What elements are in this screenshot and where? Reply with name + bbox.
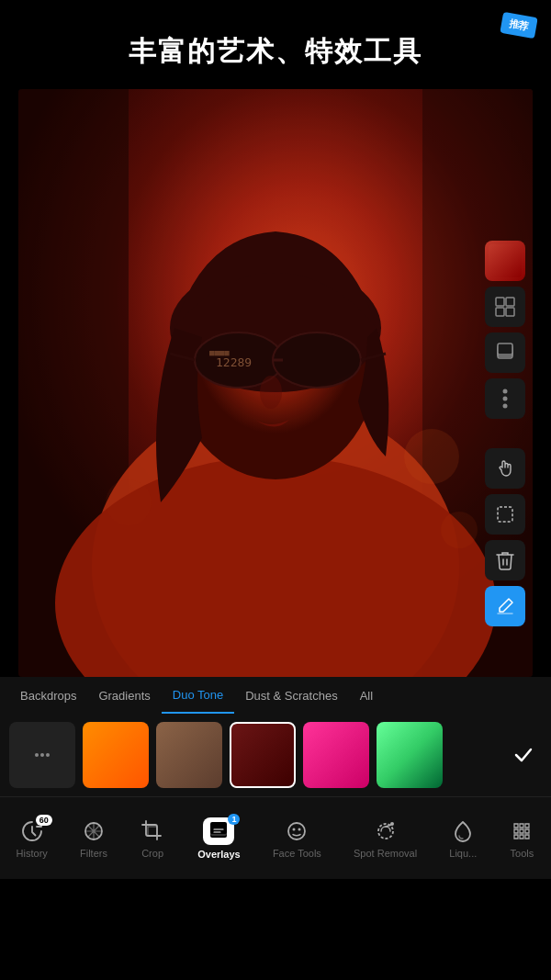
woman-photo: 12289 ■■■■ xyxy=(18,89,533,677)
svg-rect-16 xyxy=(18,89,533,677)
svg-rect-20 xyxy=(489,244,522,277)
cat-duotone[interactable]: Duo Tone xyxy=(162,677,234,714)
svg-point-42 xyxy=(288,823,305,839)
swatch-brown[interactable] xyxy=(156,722,222,788)
svg-rect-38 xyxy=(148,827,157,836)
nav-overlays-label: Overlays xyxy=(197,849,240,860)
svg-point-36 xyxy=(46,753,50,757)
edit-brush-button[interactable] xyxy=(485,586,525,626)
layers-button[interactable] xyxy=(485,332,525,373)
svg-point-19 xyxy=(106,479,152,525)
swatch-darkred-selected[interactable] xyxy=(230,722,296,788)
swatch-orange[interactable] xyxy=(83,722,149,788)
nav-filters-label: Filters xyxy=(80,848,107,859)
svg-rect-23 xyxy=(496,308,504,316)
svg-point-44 xyxy=(298,828,301,830)
color-swatch-button[interactable] xyxy=(485,241,525,281)
cat-gradients[interactable]: Gradients xyxy=(87,677,161,714)
svg-point-29 xyxy=(503,397,508,401)
more-button[interactable] xyxy=(485,378,525,419)
svg-rect-31 xyxy=(498,507,512,522)
nav-overlays[interactable]: 1 Overlays xyxy=(192,810,245,867)
delete-button[interactable] xyxy=(485,540,525,580)
nav-history-label: History xyxy=(17,848,48,859)
nav-liquify[interactable]: Liqu... xyxy=(444,811,482,866)
svg-point-30 xyxy=(503,404,508,409)
bottom-nav: 60 History Filters Crop xyxy=(0,796,551,879)
nav-spotremoval-label: Spot Removal xyxy=(354,848,417,859)
confirm-button[interactable] xyxy=(505,744,542,766)
svg-point-43 xyxy=(293,828,296,830)
history-badge: 60 xyxy=(36,815,52,826)
svg-point-47 xyxy=(390,822,394,826)
swatch-green[interactable] xyxy=(377,722,443,788)
svg-rect-22 xyxy=(506,298,514,306)
nav-tools-label: Tools xyxy=(511,848,534,859)
nav-facetools[interactable]: Face Tools xyxy=(267,811,327,866)
nav-crop[interactable]: Crop xyxy=(134,811,171,866)
svg-rect-24 xyxy=(506,308,514,316)
editor-area[interactable]: 12289 ■■■■ xyxy=(18,89,533,677)
svg-rect-27 xyxy=(498,344,512,355)
nav-filters[interactable]: Filters xyxy=(74,811,113,866)
nav-history[interactable]: 60 History xyxy=(11,811,53,866)
svg-point-28 xyxy=(503,389,508,394)
svg-rect-21 xyxy=(496,298,504,306)
grid-button[interactable] xyxy=(485,287,525,327)
hand-move-button[interactable] xyxy=(485,448,525,489)
nav-spotremoval[interactable]: Spot Removal xyxy=(348,811,422,866)
svg-point-34 xyxy=(35,753,39,757)
nav-liquify-label: Liqu... xyxy=(449,848,477,859)
swatch-more[interactable] xyxy=(9,722,75,788)
cat-backdrops[interactable]: Backdrops xyxy=(9,677,87,714)
swatch-pink[interactable] xyxy=(303,722,369,788)
nav-facetools-label: Face Tools xyxy=(273,848,321,859)
page-title: 丰富的艺术、特效工具 xyxy=(0,0,551,89)
svg-line-46 xyxy=(386,825,391,827)
selection-button[interactable] xyxy=(485,494,525,535)
nav-tools[interactable]: Tools xyxy=(503,811,540,866)
photo-background: 12289 ■■■■ xyxy=(18,89,533,677)
svg-point-17 xyxy=(404,429,459,484)
overlays-badge: 1 xyxy=(228,814,240,825)
svg-point-18 xyxy=(441,512,478,548)
cat-all[interactable]: All xyxy=(349,677,384,714)
svg-point-35 xyxy=(40,753,44,757)
swatches-row xyxy=(0,714,551,796)
right-toolbar xyxy=(485,241,525,626)
cat-dust[interactable]: Dust & Scratches xyxy=(234,677,348,714)
overlay-categories: Backdrops Gradients Duo Tone Dust & Scra… xyxy=(0,677,551,714)
nav-crop-label: Crop xyxy=(141,848,163,859)
